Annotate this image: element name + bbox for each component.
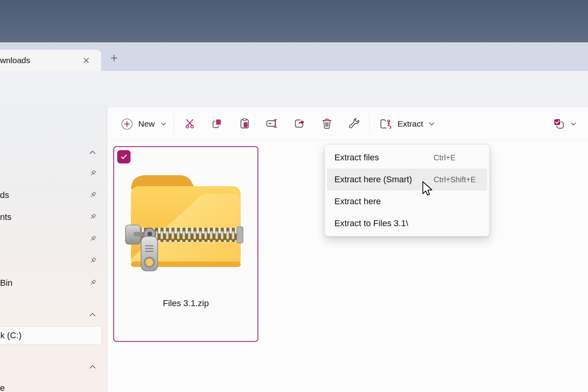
toolbar-separator bbox=[174, 114, 174, 133]
cut-button[interactable] bbox=[181, 115, 198, 132]
close-tab-button[interactable] bbox=[81, 55, 91, 65]
section-collapse-button[interactable] bbox=[88, 362, 97, 372]
sidebar-item-recycle-bin[interactable]: Bin bbox=[0, 278, 13, 288]
trash-icon bbox=[321, 118, 332, 129]
paste-icon bbox=[239, 118, 250, 129]
share-icon bbox=[294, 118, 305, 129]
rename-icon bbox=[266, 118, 278, 129]
section-collapse-button[interactable] bbox=[88, 310, 97, 319]
extract-button[interactable]: Extract bbox=[375, 115, 442, 133]
new-tab-button[interactable] bbox=[108, 52, 120, 64]
pin-icon[interactable] bbox=[88, 169, 97, 178]
menu-item-extract-here-smart[interactable]: Extract here (Smart) Ctrl+Shift+E bbox=[327, 169, 487, 191]
chevron-up-icon bbox=[88, 363, 97, 371]
copy-icon bbox=[212, 118, 223, 129]
paste-button[interactable] bbox=[236, 115, 253, 132]
delete-button[interactable] bbox=[318, 115, 336, 132]
copy-button[interactable] bbox=[209, 115, 226, 132]
plus-icon bbox=[111, 54, 118, 62]
chevron-up-icon bbox=[88, 310, 97, 319]
selection-checkbox[interactable] bbox=[117, 150, 131, 163]
zip-folder-icon bbox=[380, 118, 392, 130]
navigation-bar: Local Disk (C:) Users Public Downloads bbox=[0, 71, 588, 104]
plus-circle-icon bbox=[121, 118, 133, 131]
file-name: Files 3.1.zip bbox=[114, 298, 258, 309]
toolbar: New bbox=[107, 107, 588, 140]
file-card[interactable]: Files 3.1.zip bbox=[113, 146, 258, 342]
extract-menu: Extract files Ctrl+E Extract here (Smart… bbox=[325, 144, 490, 236]
cursor-pointer bbox=[422, 181, 434, 198]
close-icon bbox=[83, 57, 89, 64]
sidebar: ds nts Bin k (C:) e bbox=[0, 104, 107, 392]
chevron-up-icon bbox=[88, 148, 97, 157]
share-button[interactable] bbox=[291, 115, 308, 132]
sidebar-item-label: k (C:) bbox=[0, 330, 22, 341]
pin-icon[interactable] bbox=[88, 278, 97, 288]
menu-item-extract-files[interactable]: Extract files Ctrl+E bbox=[327, 147, 487, 169]
new-button[interactable]: New bbox=[116, 115, 171, 133]
sidebar-item-downloads[interactable]: ds bbox=[0, 190, 9, 200]
pin-icon[interactable] bbox=[88, 256, 97, 266]
menu-item-extract-to-folder[interactable]: Extract to Files 3.1\ bbox=[327, 212, 487, 234]
desktop-wallpaper bbox=[0, 0, 588, 42]
sidebar-item-local-disk-selected[interactable]: k (C:) bbox=[0, 326, 102, 345]
chevron-down-icon bbox=[428, 120, 435, 127]
pin-icon[interactable] bbox=[88, 234, 97, 244]
tab-downloads[interactable]: wnloads bbox=[0, 50, 101, 71]
rename-button[interactable] bbox=[263, 115, 280, 132]
wrench-icon bbox=[348, 118, 360, 129]
tab-bar: wnloads bbox=[0, 42, 588, 71]
toolbar-separator bbox=[369, 114, 370, 133]
pin-icon[interactable] bbox=[88, 191, 97, 200]
check-icon bbox=[120, 153, 128, 161]
section-collapse-button[interactable] bbox=[88, 148, 97, 157]
zip-file-icon bbox=[125, 169, 247, 272]
layout-button[interactable] bbox=[550, 115, 583, 133]
chevron-down-icon bbox=[570, 120, 577, 127]
shortcut-label: Ctrl+Shift+E bbox=[434, 175, 476, 184]
sidebar-item-bottom[interactable]: e bbox=[0, 383, 5, 392]
extract-button-label: Extract bbox=[397, 119, 423, 129]
new-button-label: New bbox=[138, 119, 155, 129]
tools-button[interactable] bbox=[346, 115, 363, 132]
chevron-down-icon bbox=[160, 120, 167, 127]
menu-item-extract-here[interactable]: Extract here bbox=[327, 191, 487, 212]
scissors-icon bbox=[184, 118, 195, 129]
tab-title: wnloads bbox=[0, 56, 30, 65]
pin-icon[interactable] bbox=[88, 212, 97, 222]
shortcut-label: Ctrl+E bbox=[434, 153, 456, 162]
select-checkbox-icon bbox=[553, 118, 565, 130]
sidebar-item-documents[interactable]: nts bbox=[0, 212, 11, 222]
